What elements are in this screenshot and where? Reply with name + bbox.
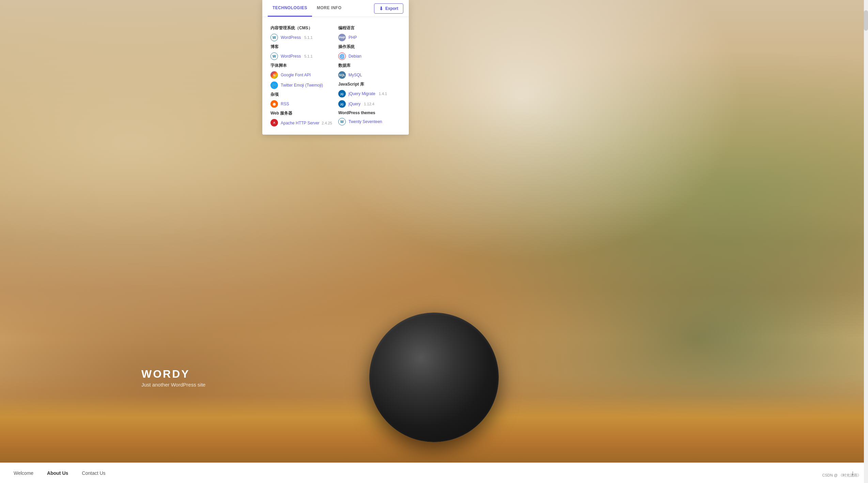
rss-name[interactable]: RSS	[281, 102, 289, 106]
apache-icon: A	[270, 119, 278, 126]
php[interactable]: PHP PHP	[338, 34, 401, 41]
debian-name[interactable]: Debian	[348, 54, 361, 59]
rss[interactable]: ◉ RSS	[270, 100, 333, 108]
blog-wordpress-version: 5.1.1	[304, 54, 312, 58]
jquery-version: 1.12.4	[364, 102, 374, 106]
panel-body: 内容管理系统（CMS） W WordPress 5.1.1 博客 W WordP…	[262, 17, 409, 135]
speaker-device	[369, 313, 499, 442]
php-icon: PHP	[338, 34, 346, 41]
debian[interactable]: 🌀 Debian	[338, 52, 401, 60]
nav-links: Welcome About Us Contact Us	[14, 470, 106, 476]
export-button[interactable]: ⬇ Export	[374, 3, 403, 14]
mysql-name[interactable]: MySQL	[348, 73, 362, 77]
mysql-icon: SQL	[338, 71, 346, 79]
google-font-api[interactable]: G Google Font API	[270, 71, 333, 79]
nav-contact[interactable]: Contact Us	[82, 470, 105, 476]
twitter-emoji-name[interactable]: Twitter Emoji (Twemoji)	[281, 83, 323, 88]
apache[interactable]: A Apache HTTP Server 2.4.25	[270, 119, 333, 126]
blog-wordpress[interactable]: W WordPress 5.1.1	[270, 52, 333, 60]
site-subtitle: Just another WordPress site	[141, 382, 205, 388]
right-column: 编程语言 PHP PHP 操作系统 🌀 Debian 数据库 SQL MySQL…	[336, 21, 403, 131]
cms-wordpress-name[interactable]: WordPress	[281, 35, 301, 40]
nav-about[interactable]: About Us	[47, 470, 68, 476]
left-column: 内容管理系统（CMS） W WordPress 5.1.1 博客 W WordP…	[268, 21, 336, 131]
cms-title: 内容管理系统（CMS）	[270, 25, 333, 31]
debian-icon: 🌀	[338, 52, 346, 60]
twenty-seventeen-icon: W	[338, 118, 346, 125]
scrollbar-track[interactable]	[864, 0, 868, 483]
wp-themes-title: WordPress themes	[338, 110, 401, 115]
jquery-migrate-version: 1.4.1	[379, 92, 387, 96]
blog-wordpress-name[interactable]: WordPress	[281, 54, 301, 59]
site-title: WORDY	[141, 368, 205, 380]
jquery-migrate-name[interactable]: jQuery Migrate	[348, 91, 375, 96]
blog-wordpress-icon: W	[270, 52, 278, 60]
jquery-migrate[interactable]: jQ jQuery Migrate 1.4.1	[338, 90, 401, 97]
nav-welcome[interactable]: Welcome	[14, 470, 33, 476]
twitter-emoji-icon: 🐦	[270, 81, 278, 89]
rss-icon: ◉	[270, 100, 278, 108]
wordpress-icon: W	[270, 34, 278, 41]
google-font-name[interactable]: Google Font API	[281, 73, 311, 77]
jquery-icon: jQ	[338, 100, 346, 108]
tab-more-info[interactable]: MORE INFO	[312, 0, 346, 17]
twitter-emoji[interactable]: 🐦 Twitter Emoji (Twemoji)	[270, 81, 333, 89]
apache-info: Apache HTTP Server 2.4.25	[281, 120, 332, 126]
twenty-seventeen[interactable]: W Twenty Seventeen	[338, 118, 401, 125]
scrollbar-thumb[interactable]	[864, 10, 868, 31]
site-title-area: WORDY Just another WordPress site	[141, 368, 205, 388]
bottom-nav: Welcome About Us Contact Us ↓	[0, 463, 868, 483]
google-font-icon: G	[270, 71, 278, 79]
blog-title: 博客	[270, 44, 333, 50]
js-lib-title: JavaScript 库	[338, 81, 401, 87]
jquery-migrate-icon: jQ	[338, 90, 346, 97]
tab-technologies[interactable]: TECHNOLOGIES	[268, 0, 312, 17]
mysql[interactable]: SQL MySQL	[338, 71, 401, 79]
export-label: Export	[385, 6, 398, 11]
os-title: 操作系统	[338, 44, 401, 50]
db-title: 数据库	[338, 63, 401, 69]
misc-title: 杂项	[270, 92, 333, 97]
apache-name[interactable]: Apache HTTP Server	[281, 121, 320, 125]
tab-header: TECHNOLOGIES MORE INFO ⬇ Export	[262, 0, 409, 17]
php-name[interactable]: PHP	[348, 35, 357, 40]
jquery[interactable]: jQ jQuery 1.12.4	[338, 100, 401, 108]
web-server-title: Web 服务器	[270, 110, 333, 116]
font-scripts-title: 字体脚本	[270, 63, 333, 69]
export-icon: ⬇	[379, 6, 383, 11]
twenty-seventeen-name[interactable]: Twenty Seventeen	[348, 119, 382, 124]
apache-version: 2.4.25	[322, 121, 332, 125]
wappalyzer-panel: TECHNOLOGIES MORE INFO ⬇ Export 内容管理系统（C…	[262, 0, 409, 135]
csdn-watermark: CSDN @ 《时光流雨》	[822, 473, 861, 478]
cms-wordpress-version: 5.1.1	[304, 35, 312, 40]
jquery-name[interactable]: jQuery	[348, 102, 360, 106]
cms-wordpress[interactable]: W WordPress 5.1.1	[270, 34, 333, 41]
prog-lang-title: 编程语言	[338, 25, 401, 31]
